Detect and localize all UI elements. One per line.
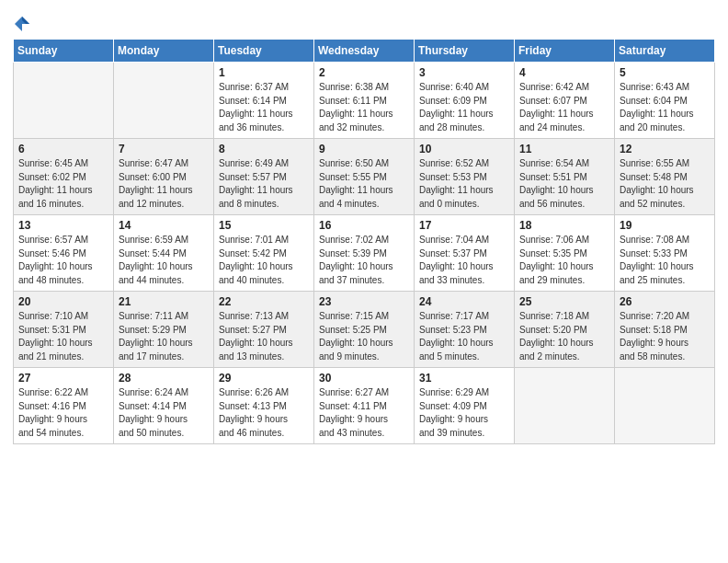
calendar-cell: 20Sunrise: 7:10 AM Sunset: 5:31 PM Dayli…	[14, 292, 114, 368]
cell-info: Sunrise: 6:54 AM Sunset: 5:51 PM Dayligh…	[519, 157, 609, 211]
weekday-header-wednesday: Wednesday	[314, 40, 415, 63]
cell-day-number: 14	[119, 219, 209, 232]
calendar-cell: 14Sunrise: 6:59 AM Sunset: 5:44 PM Dayli…	[114, 215, 214, 292]
calendar-cell: 28Sunrise: 6:24 AM Sunset: 4:14 PM Dayli…	[114, 368, 214, 444]
cell-day-number: 17	[419, 219, 509, 232]
cell-day-number: 20	[18, 295, 108, 308]
cell-info: Sunrise: 7:13 AM Sunset: 5:27 PM Dayligh…	[219, 310, 309, 363]
calendar-cell: 10Sunrise: 6:52 AM Sunset: 5:53 PM Dayli…	[415, 139, 515, 215]
cell-day-number: 28	[119, 372, 209, 385]
cell-info: Sunrise: 6:43 AM Sunset: 6:04 PM Dayligh…	[620, 81, 710, 134]
calendar-cell: 3Sunrise: 6:40 AM Sunset: 6:09 PM Daylig…	[415, 63, 515, 139]
cell-day-number: 8	[219, 143, 309, 155]
calendar-cell: 25Sunrise: 7:18 AM Sunset: 5:20 PM Dayli…	[515, 292, 615, 368]
calendar-cell: 13Sunrise: 6:57 AM Sunset: 5:46 PM Dayli…	[14, 215, 114, 292]
cell-day-number: 27	[18, 372, 108, 385]
calendar-cell: 1Sunrise: 6:37 AM Sunset: 6:14 PM Daylig…	[214, 63, 314, 139]
cell-day-number: 29	[219, 372, 309, 385]
cell-info: Sunrise: 7:01 AM Sunset: 5:42 PM Dayligh…	[219, 234, 309, 287]
calendar-cell: 16Sunrise: 7:02 AM Sunset: 5:39 PM Dayli…	[314, 215, 415, 292]
header	[13, 9, 715, 33]
calendar-cell: 26Sunrise: 7:20 AM Sunset: 5:18 PM Dayli…	[615, 292, 715, 368]
cell-info: Sunrise: 7:06 AM Sunset: 5:35 PM Dayligh…	[519, 234, 609, 287]
calendar-cell: 11Sunrise: 6:54 AM Sunset: 5:51 PM Dayli…	[515, 139, 615, 215]
cell-info: Sunrise: 6:27 AM Sunset: 4:11 PM Dayligh…	[319, 386, 409, 440]
cell-info: Sunrise: 6:22 AM Sunset: 4:16 PM Dayligh…	[18, 386, 108, 440]
calendar-cell: 30Sunrise: 6:27 AM Sunset: 4:11 PM Dayli…	[314, 368, 415, 444]
cell-info: Sunrise: 6:42 AM Sunset: 6:07 PM Dayligh…	[519, 81, 609, 134]
cell-info: Sunrise: 6:38 AM Sunset: 6:11 PM Dayligh…	[319, 81, 409, 134]
calendar-cell: 7Sunrise: 6:47 AM Sunset: 6:00 PM Daylig…	[114, 139, 214, 215]
cell-day-number: 22	[219, 295, 309, 308]
cell-day-number: 7	[119, 143, 209, 155]
calendar-cell: 23Sunrise: 7:15 AM Sunset: 5:25 PM Dayli…	[314, 292, 415, 368]
cell-info: Sunrise: 6:49 AM Sunset: 5:57 PM Dayligh…	[219, 157, 309, 211]
cell-info: Sunrise: 6:59 AM Sunset: 5:44 PM Dayligh…	[119, 234, 209, 287]
calendar-cell: 18Sunrise: 7:06 AM Sunset: 5:35 PM Dayli…	[515, 215, 615, 292]
cell-day-number: 12	[620, 143, 710, 155]
cell-day-number: 16	[319, 219, 409, 232]
calendar-cell: 15Sunrise: 7:01 AM Sunset: 5:42 PM Dayli…	[214, 215, 314, 292]
calendar-cell: 2Sunrise: 6:38 AM Sunset: 6:11 PM Daylig…	[314, 63, 415, 139]
cell-info: Sunrise: 6:24 AM Sunset: 4:14 PM Dayligh…	[119, 386, 209, 440]
calendar-cell: 27Sunrise: 6:22 AM Sunset: 4:16 PM Dayli…	[14, 368, 114, 444]
cell-info: Sunrise: 7:02 AM Sunset: 5:39 PM Dayligh…	[319, 234, 409, 287]
calendar-cell: 6Sunrise: 6:45 AM Sunset: 6:02 PM Daylig…	[14, 139, 114, 215]
cell-info: Sunrise: 7:08 AM Sunset: 5:33 PM Dayligh…	[620, 234, 710, 287]
weekday-header-thursday: Thursday	[415, 40, 515, 63]
calendar-cell: 8Sunrise: 6:49 AM Sunset: 5:57 PM Daylig…	[214, 139, 314, 215]
week-row-3: 20Sunrise: 7:10 AM Sunset: 5:31 PM Dayli…	[14, 292, 715, 368]
calendar-cell: 24Sunrise: 7:17 AM Sunset: 5:23 PM Dayli…	[415, 292, 515, 368]
calendar-cell: 19Sunrise: 7:08 AM Sunset: 5:33 PM Dayli…	[615, 215, 715, 292]
cell-info: Sunrise: 6:37 AM Sunset: 6:14 PM Dayligh…	[219, 81, 309, 134]
cell-day-number: 23	[319, 295, 409, 308]
cell-day-number: 10	[419, 143, 509, 155]
cell-info: Sunrise: 6:40 AM Sunset: 6:09 PM Dayligh…	[419, 81, 509, 134]
cell-day-number: 2	[319, 66, 409, 79]
cell-info: Sunrise: 6:50 AM Sunset: 5:55 PM Dayligh…	[319, 157, 409, 211]
calendar-cell: 31Sunrise: 6:29 AM Sunset: 4:09 PM Dayli…	[415, 368, 515, 444]
cell-day-number: 9	[319, 143, 409, 155]
week-row-4: 27Sunrise: 6:22 AM Sunset: 4:16 PM Dayli…	[14, 368, 715, 444]
calendar-cell: 4Sunrise: 6:42 AM Sunset: 6:07 PM Daylig…	[515, 63, 615, 139]
cell-day-number: 15	[219, 219, 309, 232]
page: SundayMondayTuesdayWednesdayThursdayFrid…	[0, 0, 728, 563]
cell-day-number: 4	[519, 66, 609, 79]
weekday-header-friday: Friday	[515, 40, 615, 63]
calendar-cell	[14, 63, 114, 139]
cell-day-number: 25	[519, 295, 609, 308]
calendar-cell	[114, 63, 214, 139]
cell-info: Sunrise: 6:57 AM Sunset: 5:46 PM Dayligh…	[18, 234, 108, 287]
cell-info: Sunrise: 7:20 AM Sunset: 5:18 PM Dayligh…	[620, 310, 710, 363]
calendar-cell: 22Sunrise: 7:13 AM Sunset: 5:27 PM Dayli…	[214, 292, 314, 368]
week-row-1: 6Sunrise: 6:45 AM Sunset: 6:02 PM Daylig…	[14, 139, 715, 215]
cell-info: Sunrise: 7:18 AM Sunset: 5:20 PM Dayligh…	[519, 310, 609, 363]
weekday-header-tuesday: Tuesday	[214, 40, 314, 63]
calendar-cell	[615, 368, 715, 444]
logo	[13, 13, 35, 33]
cell-info: Sunrise: 7:17 AM Sunset: 5:23 PM Dayligh…	[419, 310, 509, 363]
week-row-0: 1Sunrise: 6:37 AM Sunset: 6:14 PM Daylig…	[14, 63, 715, 139]
cell-day-number: 26	[620, 295, 710, 308]
cell-day-number: 21	[119, 295, 209, 308]
cell-day-number: 6	[18, 143, 108, 155]
cell-day-number: 5	[620, 66, 710, 79]
calendar-cell: 9Sunrise: 6:50 AM Sunset: 5:55 PM Daylig…	[314, 139, 415, 215]
week-row-2: 13Sunrise: 6:57 AM Sunset: 5:46 PM Dayli…	[14, 215, 715, 292]
calendar-cell	[515, 368, 615, 444]
cell-day-number: 1	[219, 66, 309, 79]
cell-day-number: 13	[18, 219, 108, 232]
cell-info: Sunrise: 6:47 AM Sunset: 6:00 PM Dayligh…	[119, 157, 209, 211]
cell-info: Sunrise: 6:26 AM Sunset: 4:13 PM Dayligh…	[219, 386, 309, 440]
calendar-cell: 21Sunrise: 7:11 AM Sunset: 5:29 PM Dayli…	[114, 292, 214, 368]
weekday-header-sunday: Sunday	[14, 40, 114, 63]
cell-day-number: 18	[519, 219, 609, 232]
calendar: SundayMondayTuesdayWednesdayThursdayFrid…	[13, 39, 715, 444]
weekday-header-saturday: Saturday	[615, 40, 715, 63]
cell-info: Sunrise: 7:15 AM Sunset: 5:25 PM Dayligh…	[319, 310, 409, 363]
cell-day-number: 24	[419, 295, 509, 308]
cell-info: Sunrise: 6:45 AM Sunset: 6:02 PM Dayligh…	[18, 157, 108, 211]
cell-day-number: 19	[620, 219, 710, 232]
cell-info: Sunrise: 6:52 AM Sunset: 5:53 PM Dayligh…	[419, 157, 509, 211]
cell-info: Sunrise: 6:29 AM Sunset: 4:09 PM Dayligh…	[419, 386, 509, 440]
